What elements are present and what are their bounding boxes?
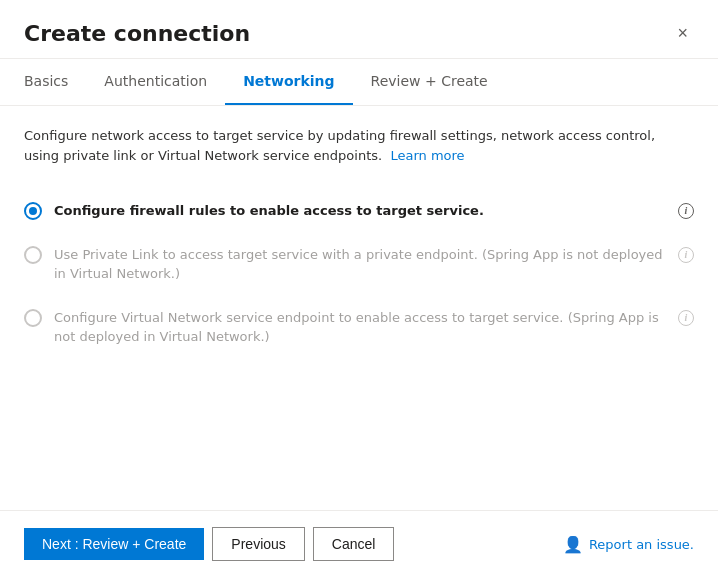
network-options: Configure firewall rules to enable acces… [24, 189, 694, 359]
report-issue-icon: 👤 [563, 535, 583, 554]
learn-more-link[interactable]: Learn more [390, 148, 464, 163]
firewall-option[interactable]: Configure firewall rules to enable acces… [24, 189, 694, 233]
firewall-radio[interactable] [24, 202, 42, 220]
vnet-label: Configure Virtual Network service endpoi… [54, 308, 666, 347]
create-connection-dialog: Create connection × Basics Authenticatio… [0, 0, 718, 577]
vnet-info-icon: i [678, 310, 694, 326]
footer: Next : Review + Create Previous Cancel 👤… [0, 510, 718, 577]
cancel-button[interactable]: Cancel [313, 527, 395, 561]
vnet-radio [24, 309, 42, 327]
vnet-option: Configure Virtual Network service endpoi… [24, 296, 694, 359]
tabs: Basics Authentication Networking Review … [0, 59, 718, 106]
tab-networking[interactable]: Networking [225, 59, 352, 105]
tab-basics[interactable]: Basics [24, 59, 86, 105]
report-issue-link[interactable]: 👤 Report an issue. [563, 535, 694, 554]
previous-button[interactable]: Previous [212, 527, 304, 561]
firewall-label: Configure firewall rules to enable acces… [54, 201, 666, 221]
private-link-label: Use Private Link to access target servic… [54, 245, 666, 284]
private-link-info-icon: i [678, 247, 694, 263]
firewall-info-icon[interactable]: i [678, 203, 694, 219]
close-button[interactable]: × [671, 20, 694, 46]
dialog-title: Create connection [24, 21, 250, 46]
tab-review-create[interactable]: Review + Create [353, 59, 506, 105]
private-link-radio [24, 246, 42, 264]
report-issue-label: Report an issue. [589, 537, 694, 552]
private-link-option: Use Private Link to access target servic… [24, 233, 694, 296]
content-area: Configure network access to target servi… [0, 106, 718, 510]
next-button[interactable]: Next : Review + Create [24, 528, 204, 560]
dialog-header: Create connection × [0, 0, 718, 59]
description-text: Configure network access to target servi… [24, 126, 694, 165]
tab-authentication[interactable]: Authentication [86, 59, 225, 105]
